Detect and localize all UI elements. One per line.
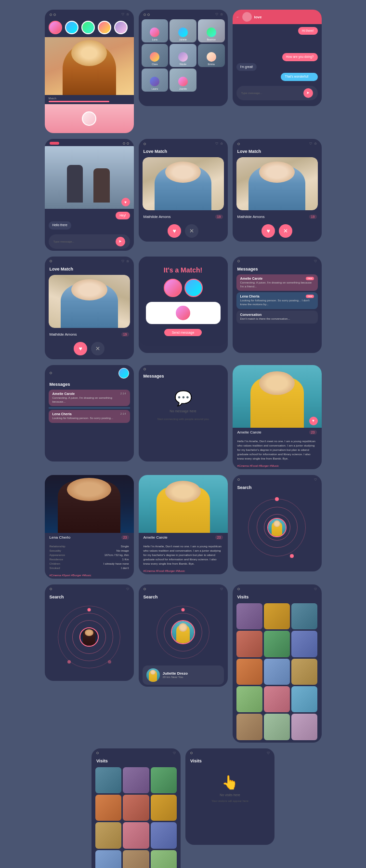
visit-thumb-19-4[interactable]	[95, 795, 121, 821]
send-icon: ➤	[306, 91, 310, 95]
header-dots-10	[50, 372, 52, 374]
status-icons-9: ♡	[314, 259, 317, 263]
visit-thumb-4[interactable]	[236, 631, 262, 657]
close-btn-6[interactable]: ✕	[279, 224, 292, 238]
star-icon: ☆	[126, 13, 129, 16]
visit-thumb-19-7[interactable]	[95, 822, 121, 848]
avatar-5[interactable]	[114, 21, 128, 34]
visit-thumb-19-8[interactable]	[123, 822, 149, 848]
visit-thumb-19-9[interactable]	[151, 822, 177, 848]
name-bar-14: Amelie Carole 23	[139, 533, 228, 542]
visit-thumb-19-11[interactable]	[123, 850, 149, 868]
send-message-btn[interactable]: Send message	[164, 329, 202, 336]
match-card-7	[49, 275, 130, 328]
like-overlay-12[interactable]: ♥	[309, 417, 318, 425]
msg-time-10-2: 2:14	[120, 412, 126, 416]
screen-13: Lena Cherlo 23 Relationship Single Sexua…	[45, 475, 134, 579]
msg-item-3[interactable]: Conversation Don't match is there the co…	[236, 311, 318, 324]
label-children: Children	[50, 562, 60, 566]
grid-profile-5[interactable]: Nicole	[170, 44, 196, 67]
visit-thumb-11[interactable]	[264, 686, 290, 712]
messages-title-9: Messages	[233, 265, 322, 273]
avatars-row[interactable]	[45, 18, 134, 37]
bio-text-12: Hello I'm Amelie, Don't meet no one. I a…	[237, 440, 315, 460]
age-badge-7: 19	[121, 332, 129, 337]
visit-thumb-19-12[interactable]	[151, 850, 177, 868]
type-placeholder: Type message...	[241, 92, 262, 95]
search-title-15: Search	[233, 483, 322, 491]
avatar-3[interactable]	[81, 21, 95, 34]
grid-profile-8[interactable]: Juanito	[170, 68, 196, 92]
screen-15: ♡ Search	[233, 475, 322, 571]
visit-thumb-19-6[interactable]	[151, 795, 177, 821]
dot-29	[237, 478, 240, 481]
screen-17: ♡ Search Juliett	[139, 584, 228, 687]
search-title-16: Search	[45, 593, 134, 601]
msg-item-1[interactable]: Amelie Carole new Connecting. A juicer, …	[236, 274, 318, 291]
type-message-bar[interactable]: Type message... ➤	[236, 86, 318, 100]
dot-2	[53, 14, 56, 16]
visit-thumb-10[interactable]	[236, 686, 262, 712]
visit-thumb-8[interactable]	[264, 659, 290, 685]
screen-16: ♡ Search	[45, 584, 134, 681]
screen-19: ♡ Visits	[92, 748, 181, 868]
visit-thumb-5[interactable]	[264, 631, 290, 657]
visit-thumb-9[interactable]	[291, 659, 317, 685]
type-placeholder-4: Type message...	[53, 240, 75, 243]
avatar-1[interactable]	[49, 21, 62, 34]
msg-item-2[interactable]: Lena Cherla new Looking for following pe…	[236, 292, 318, 309]
visit-thumb-19-5[interactable]	[123, 795, 149, 821]
grid-profile-3[interactable]: Beatrice	[198, 19, 225, 42]
visit-thumb-7[interactable]	[236, 659, 262, 685]
star-icon-2: ☆	[220, 13, 223, 16]
send-btn-4[interactable]: ➤	[116, 237, 125, 246]
msg-item-10-2[interactable]: Lena Cherla 2:14 Looking for following p…	[49, 410, 130, 423]
radar-dot-2	[290, 554, 294, 558]
person-card-17[interactable]: Juliette Drezo 20 km Near You	[143, 665, 224, 685]
info-row-5: Children I already have none	[50, 562, 129, 566]
back-arrow[interactable]: ←	[236, 15, 240, 19]
visit-thumb-2[interactable]	[264, 603, 290, 629]
like-btn-5[interactable]: ♥	[168, 224, 181, 238]
visit-thumb-13[interactable]	[236, 714, 262, 740]
msg-name-10-2: Lena Cherla	[52, 412, 72, 416]
grid-profile-6[interactable]: Emma	[198, 44, 225, 67]
visit-thumb-14[interactable]	[264, 714, 290, 740]
match-title: It's a Match!	[164, 266, 202, 274]
visit-thumb-19-3[interactable]	[151, 767, 177, 793]
action-buttons-5: ♥ ✕	[139, 221, 228, 242]
dot-33	[144, 588, 146, 590]
visit-thumb-19-2[interactable]	[123, 767, 149, 793]
type-bar-4[interactable]: Type message... ➤	[49, 234, 130, 249]
like-btn-6[interactable]: ♥	[261, 224, 275, 238]
avatar-2[interactable]	[65, 21, 78, 34]
visit-thumb-19-10[interactable]	[95, 850, 121, 868]
dot-21	[144, 368, 146, 370]
grid-profile-4[interactable]: Clara	[142, 44, 169, 67]
like-overlay-btn[interactable]: ♥	[121, 198, 130, 206]
visit-thumb-12[interactable]	[291, 686, 317, 712]
grid-profile-2[interactable]: Juliette	[170, 19, 196, 42]
action-buttons-7: ♥ ✕	[45, 339, 134, 359]
grid-profile-7[interactable]: Laura	[142, 68, 169, 92]
mini-avatar-1	[150, 27, 159, 37]
screen-10-header	[45, 365, 134, 380]
dislike-btn-5[interactable]: ✕	[185, 224, 198, 238]
like-btn-7[interactable]: ♥	[74, 342, 87, 355]
visit-thumb-1[interactable]	[236, 603, 262, 629]
dot-4	[147, 14, 150, 16]
visit-thumb-3[interactable]	[291, 603, 317, 629]
visit-thumb-15[interactable]	[291, 714, 317, 740]
label-appearance: Appearance	[50, 553, 65, 557]
msg-item-10-1[interactable]: Amelie Carole 2:14 Connecting. A juicer,…	[49, 390, 130, 407]
search-radar-16	[45, 601, 134, 673]
visit-thumb-6[interactable]	[291, 631, 317, 657]
status-icons-7: ♡ ☆	[121, 259, 129, 263]
send-button[interactable]: ➤	[303, 88, 313, 98]
visit-thumb-19-1[interactable]	[95, 767, 121, 793]
dislike-btn-7[interactable]: ✕	[91, 342, 105, 355]
grid-profile-1[interactable]: Luna	[142, 19, 169, 42]
header-dots-9	[237, 260, 240, 262]
name-bar-12: Amelie Carole 23	[233, 428, 322, 437]
avatar-4[interactable]	[98, 21, 111, 34]
